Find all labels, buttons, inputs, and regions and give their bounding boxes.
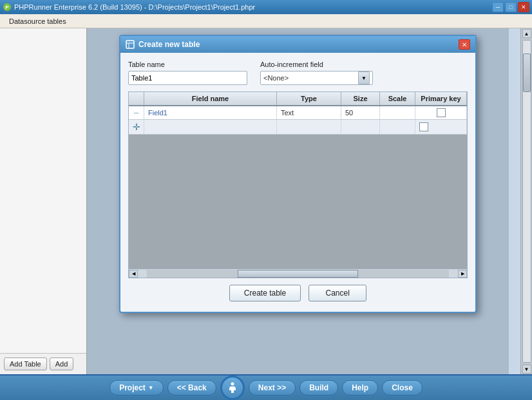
svg-rect-2 bbox=[126, 41, 134, 48]
back-button[interactable]: << Back bbox=[167, 380, 216, 395]
sidebar: Add Table Add bbox=[0, 28, 87, 374]
add-field-icon[interactable]: ✛ bbox=[133, 122, 140, 132]
scrollbar-thumb[interactable] bbox=[523, 53, 531, 92]
add-button[interactable]: Add bbox=[50, 357, 74, 370]
add-row-type-cell bbox=[277, 120, 341, 134]
auto-increment-select[interactable]: <None> ▼ bbox=[260, 71, 373, 85]
hscroll-left-arrow[interactable]: ◀ bbox=[129, 270, 138, 278]
modal-overlay: Create new table ✕ Table name Auto-incre… bbox=[87, 28, 509, 374]
app-icon: P bbox=[3, 3, 12, 12]
hscroll-right-arrow[interactable]: ▶ bbox=[458, 270, 467, 278]
field-primarykey-cell[interactable] bbox=[415, 106, 467, 119]
create-table-dialog: Create new table ✕ Table name Auto-incre… bbox=[119, 35, 477, 313]
sidebar-bottom: Add Table Add bbox=[0, 353, 86, 374]
main-area: Create new table ✕ Table name Auto-incre… bbox=[87, 28, 520, 374]
hscroll-track bbox=[147, 270, 449, 278]
help-button[interactable]: Help bbox=[342, 380, 378, 395]
primary-key-checkbox[interactable] bbox=[437, 108, 446, 117]
col-header-type: Type bbox=[277, 92, 341, 105]
run-icon bbox=[226, 381, 239, 394]
col-header-fieldname: Field name bbox=[144, 92, 277, 105]
col-header-icon bbox=[129, 92, 144, 105]
close-toolbar-button[interactable]: Close bbox=[382, 380, 423, 395]
content-area: Add Table Add Create new table bbox=[0, 28, 532, 374]
build-button[interactable]: Build bbox=[299, 380, 338, 395]
modal-titlebar: Create new table ✕ bbox=[120, 36, 475, 53]
table-name-label: Table name bbox=[128, 61, 247, 68]
auto-increment-value: <None> bbox=[263, 74, 289, 82]
svg-point-5 bbox=[231, 383, 234, 386]
scroll-up-arrow[interactable]: ▲ bbox=[522, 29, 531, 38]
select-dropdown-button[interactable]: ▼ bbox=[358, 71, 370, 84]
modal-title-text: Create new table bbox=[138, 40, 200, 49]
sidebar-content bbox=[0, 28, 86, 353]
field-type-cell[interactable]: Text bbox=[277, 106, 341, 119]
scroll-down-arrow[interactable]: ▼ bbox=[522, 365, 531, 374]
table-name-input[interactable] bbox=[128, 71, 247, 85]
cancel-button[interactable]: Cancel bbox=[309, 285, 366, 301]
add-row-checkbox bbox=[419, 122, 428, 131]
next-button[interactable]: Next >> bbox=[249, 380, 296, 395]
col-header-scale: Scale bbox=[380, 92, 415, 105]
menu-bar: Datasource tables bbox=[0, 14, 532, 28]
col-header-size: Size bbox=[341, 92, 380, 105]
window-close-button[interactable]: ✕ bbox=[518, 2, 529, 12]
add-row-size-cell bbox=[341, 120, 380, 134]
right-scrollbar: ▲ ▼ bbox=[520, 28, 532, 374]
auto-increment-label: Auto-increment field bbox=[260, 61, 373, 68]
svg-text:P: P bbox=[5, 5, 9, 10]
modal-body: Table name Auto-increment field <None> ▼ bbox=[120, 53, 475, 312]
menu-item-datasource[interactable]: Datasource tables bbox=[4, 16, 71, 26]
fields-table: Field name Type Size Scale Primary key bbox=[128, 91, 468, 278]
table-horizontal-scrollbar[interactable]: ◀ ▶ bbox=[129, 269, 467, 278]
create-table-button[interactable]: Create table bbox=[229, 285, 301, 301]
title-bar: P PHPRunner Enterprise 6.2 (Build 13095)… bbox=[0, 0, 532, 14]
modal-title-left: Create new table bbox=[126, 40, 200, 49]
add-row-scale-cell bbox=[380, 120, 415, 134]
project-button[interactable]: Project bbox=[109, 380, 164, 395]
bottom-toolbar: Project << Back Next >> Build Help Close bbox=[0, 374, 532, 400]
window-title: PHPRunner Enterprise 6.2 (Build 13095) -… bbox=[14, 3, 255, 11]
table-body: ─ Field1 Text 50 bbox=[129, 106, 467, 135]
auto-increment-group: Auto-increment field <None> ▼ bbox=[260, 61, 373, 85]
run-button[interactable] bbox=[220, 376, 245, 400]
field-name-cell[interactable]: Field1 bbox=[144, 106, 277, 119]
add-table-button[interactable]: Add Table bbox=[4, 357, 47, 370]
table-row: ─ Field1 Text 50 bbox=[129, 106, 467, 120]
hscroll-thumb[interactable] bbox=[238, 270, 359, 278]
table-header: Field name Type Size Scale Primary key bbox=[129, 92, 467, 106]
form-row: Table name Auto-increment field <None> ▼ bbox=[128, 61, 468, 85]
modal-close-button[interactable]: ✕ bbox=[459, 39, 470, 50]
modal-footer: Create table Cancel bbox=[128, 285, 468, 304]
table-icon bbox=[126, 40, 135, 49]
field-scale-cell[interactable] bbox=[380, 106, 415, 119]
row-icon-cell: ─ bbox=[129, 106, 144, 119]
table-name-group: Table name bbox=[128, 61, 247, 85]
scrollbar-track bbox=[522, 40, 531, 363]
add-row-pk-cell bbox=[415, 120, 467, 134]
maximize-button[interactable]: □ bbox=[505, 2, 517, 12]
add-row-name-cell bbox=[144, 120, 277, 134]
title-bar-controls: ─ □ ✕ bbox=[492, 2, 529, 12]
col-header-primarykey: Primary key bbox=[415, 92, 467, 105]
field-size-cell[interactable]: 50 bbox=[341, 106, 380, 119]
title-bar-left: P PHPRunner Enterprise 6.2 (Build 13095)… bbox=[3, 3, 255, 12]
minimize-button[interactable]: ─ bbox=[492, 2, 504, 12]
add-row-icon-cell[interactable]: ✛ bbox=[129, 120, 144, 134]
add-row: ✛ bbox=[129, 120, 467, 135]
row-minus-icon[interactable]: ─ bbox=[133, 109, 140, 117]
